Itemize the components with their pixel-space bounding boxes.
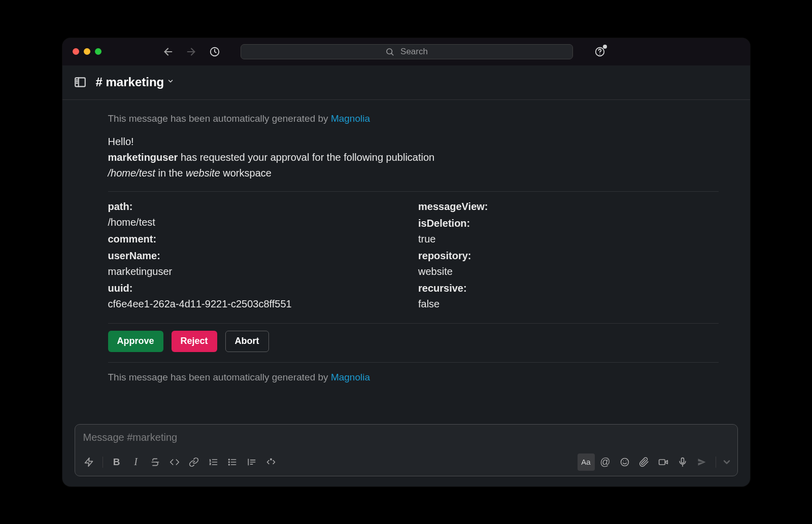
message-meta-repeat: This message has been automatically gene… <box>108 370 719 385</box>
channel-header: # marketing <box>62 65 750 100</box>
app-link-magnolia[interactable]: Magnolia <box>331 372 370 382</box>
video-icon <box>658 457 668 467</box>
send-options-button[interactable] <box>721 453 732 471</box>
lightning-icon <box>84 457 94 467</box>
field-comment: comment: <box>108 231 409 247</box>
link-icon <box>189 457 199 467</box>
fields-right: messageView: isDeletion: true repository… <box>418 199 719 313</box>
chevron-down-icon <box>722 457 732 467</box>
bold-icon: B <box>113 457 120 468</box>
send-icon <box>697 457 707 467</box>
fields-grid: path: /home/test comment: userName: mark… <box>108 199 719 313</box>
field-repository: repository: website <box>418 248 719 280</box>
message-pane: This message has been automatically gene… <box>62 100 750 424</box>
svg-marker-12 <box>85 458 92 466</box>
audio-button[interactable] <box>674 453 691 471</box>
field-path: path: /home/test <box>108 199 409 230</box>
video-button[interactable] <box>655 453 672 471</box>
window-controls <box>73 48 101 55</box>
blockquote-button[interactable] <box>243 453 260 471</box>
smile-icon <box>620 457 630 467</box>
channel-hash: # marketing <box>96 75 164 89</box>
send-button[interactable] <box>693 453 710 471</box>
channel-name-button[interactable]: # marketing <box>96 75 175 89</box>
strikethrough-button[interactable] <box>147 453 164 471</box>
action-buttons: Approve Reject Abort <box>108 331 719 352</box>
titlebar: Search <box>62 38 750 65</box>
request-line-2: /home/test in the website workspace <box>108 165 719 181</box>
attach-button[interactable] <box>635 453 653 471</box>
bold-button[interactable]: B <box>108 453 125 471</box>
code-block-icon <box>266 457 276 467</box>
message-meta: This message has been automatically gene… <box>108 111 719 126</box>
divider <box>108 362 719 363</box>
svg-rect-32 <box>681 458 684 463</box>
svg-point-22 <box>228 464 229 465</box>
field-isdeletion: isDeletion: true <box>418 216 719 247</box>
field-recursive: recursive: false <box>418 281 719 312</box>
toolbar-separator <box>103 457 103 468</box>
back-button[interactable] <box>162 46 174 57</box>
search-placeholder: Search <box>400 47 428 57</box>
formatting-toggle-button[interactable]: Aa <box>578 453 595 471</box>
minimize-window-button[interactable] <box>84 48 90 55</box>
microphone-icon <box>678 457 688 467</box>
shortcuts-button[interactable] <box>80 453 97 471</box>
slack-app-window: Search # marketing This message has been… <box>62 38 750 486</box>
notification-dot <box>603 45 607 49</box>
arrow-left-icon <box>162 46 174 57</box>
forward-button[interactable] <box>186 46 197 57</box>
message-body: Hello! marketinguser has requested your … <box>108 134 719 181</box>
svg-point-20 <box>228 459 229 460</box>
sidebar-icon <box>74 76 87 89</box>
ordered-list-button[interactable] <box>205 453 222 471</box>
history-nav <box>162 46 197 57</box>
aa-icon: Aa <box>581 458 590 466</box>
field-username: userName: marketinguser <box>108 248 409 280</box>
search-icon <box>385 47 394 56</box>
link-button[interactable] <box>185 453 202 471</box>
divider <box>108 323 719 324</box>
message-input[interactable] <box>83 432 729 443</box>
mention-button[interactable]: @ <box>597 453 614 471</box>
bullet-list-button[interactable] <box>224 453 241 471</box>
search-input[interactable]: Search <box>241 44 573 59</box>
svg-point-27 <box>621 458 628 466</box>
svg-rect-30 <box>659 460 665 465</box>
paperclip-icon <box>639 457 649 467</box>
divider <box>108 191 719 192</box>
emoji-button[interactable] <box>616 453 633 471</box>
app-link-magnolia[interactable]: Magnolia <box>331 113 370 124</box>
at-icon: @ <box>600 456 610 468</box>
code-button[interactable] <box>166 453 183 471</box>
history-button[interactable] <box>209 46 220 57</box>
code-block-button[interactable] <box>262 453 280 471</box>
composer-toolbar: B I <box>75 450 737 476</box>
help-button[interactable] <box>594 46 605 57</box>
approve-button[interactable]: Approve <box>108 331 163 352</box>
fields-left: path: /home/test comment: userName: mark… <box>108 199 409 313</box>
svg-line-4 <box>391 53 393 55</box>
reject-button[interactable]: Reject <box>172 331 217 352</box>
field-messageview: messageView: <box>418 199 719 215</box>
composer-area: B I <box>62 424 750 486</box>
code-icon <box>170 457 180 467</box>
request-line-1: marketinguser has requested your approva… <box>108 150 719 165</box>
message-composer: B I <box>75 424 738 476</box>
svg-point-21 <box>228 462 229 463</box>
close-window-button[interactable] <box>73 48 79 55</box>
abort-button[interactable]: Abort <box>225 331 269 352</box>
bullet-list-icon <box>227 457 238 467</box>
toggle-sidebar-button[interactable] <box>74 76 87 89</box>
quote-icon <box>247 457 257 467</box>
chevron-down-icon <box>167 78 174 87</box>
italic-button[interactable]: I <box>127 453 145 471</box>
arrow-right-icon <box>186 46 197 57</box>
italic-icon: I <box>134 456 138 468</box>
field-uuid: uuid: cf6e4ee1-262a-4d11-9221-c2503c8ff5… <box>108 281 409 312</box>
clock-icon <box>209 46 220 57</box>
toolbar-separator <box>716 457 716 468</box>
strikethrough-icon <box>150 457 160 467</box>
maximize-window-button[interactable] <box>95 48 101 55</box>
greeting-text: Hello! <box>108 134 719 150</box>
